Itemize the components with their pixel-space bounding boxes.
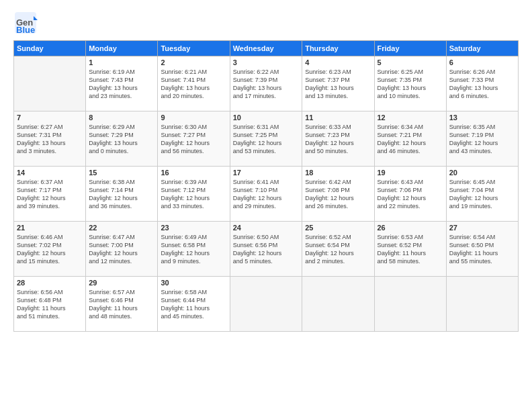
day-info: Sunrise: 6:42 AM Sunset: 7:08 PM Dayligh… xyxy=(305,178,371,211)
calendar-cell: 23Sunrise: 6:49 AM Sunset: 6:58 PM Dayli… xyxy=(158,222,230,277)
day-info: Sunrise: 6:53 AM Sunset: 6:52 PM Dayligh… xyxy=(378,233,443,266)
header: Gen Blue xyxy=(13,11,519,35)
day-info: Sunrise: 6:52 AM Sunset: 6:54 PM Dayligh… xyxy=(305,233,371,266)
calendar-cell: 2Sunrise: 6:21 AM Sunset: 7:41 PM Daylig… xyxy=(158,56,230,111)
calendar-cell: 17Sunrise: 6:41 AM Sunset: 7:10 PM Dayli… xyxy=(230,167,302,222)
day-number: 1 xyxy=(89,58,154,66)
day-of-week-header: Saturday xyxy=(446,41,518,56)
day-number: 26 xyxy=(378,224,443,232)
calendar-cell xyxy=(230,277,302,332)
day-number: 30 xyxy=(161,279,226,287)
calendar-cell: 8Sunrise: 6:29 AM Sunset: 7:29 PM Daylig… xyxy=(86,111,158,167)
day-info: Sunrise: 6:34 AM Sunset: 7:21 PM Dayligh… xyxy=(378,123,443,156)
calendar-cell: 27Sunrise: 6:54 AM Sunset: 6:50 PM Dayli… xyxy=(446,222,518,277)
day-info: Sunrise: 6:39 AM Sunset: 7:12 PM Dayligh… xyxy=(161,178,226,211)
day-info: Sunrise: 6:29 AM Sunset: 7:29 PM Dayligh… xyxy=(89,123,154,156)
calendar-cell: 14Sunrise: 6:37 AM Sunset: 7:17 PM Dayli… xyxy=(14,167,86,222)
logo-icon: Gen Blue xyxy=(13,11,38,35)
day-number: 7 xyxy=(17,113,83,122)
day-number: 4 xyxy=(305,58,371,66)
day-info: Sunrise: 6:26 AM Sunset: 7:33 PM Dayligh… xyxy=(449,68,515,101)
day-of-week-header: Thursday xyxy=(302,41,374,56)
calendar-week-row: 21Sunrise: 6:46 AM Sunset: 7:02 PM Dayli… xyxy=(14,222,519,277)
calendar-body: 1Sunrise: 6:19 AM Sunset: 7:43 PM Daylig… xyxy=(14,56,519,332)
calendar-cell: 12Sunrise: 6:34 AM Sunset: 7:21 PM Dayli… xyxy=(374,111,446,167)
day-number: 14 xyxy=(17,169,83,177)
day-info: Sunrise: 6:58 AM Sunset: 6:44 PM Dayligh… xyxy=(161,288,226,321)
day-info: Sunrise: 6:31 AM Sunset: 7:25 PM Dayligh… xyxy=(233,123,299,156)
calendar-cell: 10Sunrise: 6:31 AM Sunset: 7:25 PM Dayli… xyxy=(230,111,302,167)
calendar-cell xyxy=(14,56,86,111)
day-number: 25 xyxy=(305,224,371,232)
day-number: 2 xyxy=(161,58,226,66)
day-number: 5 xyxy=(378,58,443,66)
day-info: Sunrise: 6:33 AM Sunset: 7:23 PM Dayligh… xyxy=(305,123,371,156)
day-info: Sunrise: 6:50 AM Sunset: 6:56 PM Dayligh… xyxy=(233,233,299,266)
day-number: 23 xyxy=(161,224,226,232)
day-of-week-header: Sunday xyxy=(14,41,86,56)
day-number: 6 xyxy=(449,58,515,66)
calendar-cell xyxy=(302,277,374,332)
calendar-cell: 20Sunrise: 6:45 AM Sunset: 7:04 PM Dayli… xyxy=(446,167,518,222)
day-info: Sunrise: 6:27 AM Sunset: 7:31 PM Dayligh… xyxy=(17,123,83,156)
calendar-cell: 5Sunrise: 6:25 AM Sunset: 7:35 PM Daylig… xyxy=(374,56,446,111)
calendar-cell: 19Sunrise: 6:43 AM Sunset: 7:06 PM Dayli… xyxy=(374,167,446,222)
day-info: Sunrise: 6:47 AM Sunset: 7:00 PM Dayligh… xyxy=(89,233,154,266)
day-info: Sunrise: 6:35 AM Sunset: 7:19 PM Dayligh… xyxy=(449,123,515,156)
day-number: 8 xyxy=(89,113,154,122)
day-info: Sunrise: 6:56 AM Sunset: 6:48 PM Dayligh… xyxy=(17,288,83,321)
calendar-week-row: 14Sunrise: 6:37 AM Sunset: 7:17 PM Dayli… xyxy=(14,167,519,222)
calendar-table: SundayMondayTuesdayWednesdayThursdayFrid… xyxy=(13,40,519,332)
logo: Gen Blue xyxy=(13,11,39,35)
day-number: 9 xyxy=(161,113,226,122)
day-number: 20 xyxy=(449,169,515,177)
calendar-cell: 13Sunrise: 6:35 AM Sunset: 7:19 PM Dayli… xyxy=(446,111,518,167)
svg-text:Blue: Blue xyxy=(16,25,35,35)
day-of-week-header: Tuesday xyxy=(158,41,230,56)
calendar-week-row: 7Sunrise: 6:27 AM Sunset: 7:31 PM Daylig… xyxy=(14,111,519,167)
day-number: 19 xyxy=(378,169,443,177)
day-info: Sunrise: 6:23 AM Sunset: 7:37 PM Dayligh… xyxy=(305,68,371,101)
calendar-cell: 6Sunrise: 6:26 AM Sunset: 7:33 PM Daylig… xyxy=(446,56,518,111)
day-number: 16 xyxy=(161,169,226,177)
calendar-cell: 3Sunrise: 6:22 AM Sunset: 7:39 PM Daylig… xyxy=(230,56,302,111)
calendar-cell: 1Sunrise: 6:19 AM Sunset: 7:43 PM Daylig… xyxy=(86,56,158,111)
day-info: Sunrise: 6:37 AM Sunset: 7:17 PM Dayligh… xyxy=(17,178,83,211)
day-number: 24 xyxy=(233,224,299,232)
day-info: Sunrise: 6:25 AM Sunset: 7:35 PM Dayligh… xyxy=(378,68,443,101)
day-number: 3 xyxy=(233,58,299,66)
calendar-header-row: SundayMondayTuesdayWednesdayThursdayFrid… xyxy=(14,41,519,56)
calendar-cell: 11Sunrise: 6:33 AM Sunset: 7:23 PM Dayli… xyxy=(302,111,374,167)
calendar-cell: 25Sunrise: 6:52 AM Sunset: 6:54 PM Dayli… xyxy=(302,222,374,277)
day-info: Sunrise: 6:22 AM Sunset: 7:39 PM Dayligh… xyxy=(233,68,299,101)
day-number: 18 xyxy=(305,169,371,177)
day-info: Sunrise: 6:46 AM Sunset: 7:02 PM Dayligh… xyxy=(17,233,83,266)
day-number: 28 xyxy=(17,279,83,287)
day-of-week-header: Friday xyxy=(374,41,446,56)
day-number: 21 xyxy=(17,224,83,232)
page: Gen Blue SundayMondayTuesdayWednesdayThu… xyxy=(0,0,532,411)
day-of-week-header: Wednesday xyxy=(230,41,302,56)
day-number: 11 xyxy=(305,113,371,122)
day-info: Sunrise: 6:54 AM Sunset: 6:50 PM Dayligh… xyxy=(449,233,515,266)
day-info: Sunrise: 6:43 AM Sunset: 7:06 PM Dayligh… xyxy=(378,178,443,211)
calendar-cell: 16Sunrise: 6:39 AM Sunset: 7:12 PM Dayli… xyxy=(158,167,230,222)
calendar-week-row: 1Sunrise: 6:19 AM Sunset: 7:43 PM Daylig… xyxy=(14,56,519,111)
day-info: Sunrise: 6:49 AM Sunset: 6:58 PM Dayligh… xyxy=(161,233,226,266)
calendar-cell: 28Sunrise: 6:56 AM Sunset: 6:48 PM Dayli… xyxy=(14,277,86,332)
day-number: 17 xyxy=(233,169,299,177)
calendar-cell: 15Sunrise: 6:38 AM Sunset: 7:14 PM Dayli… xyxy=(86,167,158,222)
calendar-cell: 26Sunrise: 6:53 AM Sunset: 6:52 PM Dayli… xyxy=(374,222,446,277)
calendar-cell: 21Sunrise: 6:46 AM Sunset: 7:02 PM Dayli… xyxy=(14,222,86,277)
day-number: 15 xyxy=(89,169,154,177)
calendar-cell xyxy=(374,277,446,332)
day-number: 10 xyxy=(233,113,299,122)
calendar-week-row: 28Sunrise: 6:56 AM Sunset: 6:48 PM Dayli… xyxy=(14,277,519,332)
day-number: 22 xyxy=(89,224,154,232)
calendar-cell: 24Sunrise: 6:50 AM Sunset: 6:56 PM Dayli… xyxy=(230,222,302,277)
day-of-week-header: Monday xyxy=(86,41,158,56)
day-info: Sunrise: 6:57 AM Sunset: 6:46 PM Dayligh… xyxy=(89,288,154,321)
calendar-cell xyxy=(446,277,518,332)
day-number: 27 xyxy=(449,224,515,232)
calendar-cell: 29Sunrise: 6:57 AM Sunset: 6:46 PM Dayli… xyxy=(86,277,158,332)
